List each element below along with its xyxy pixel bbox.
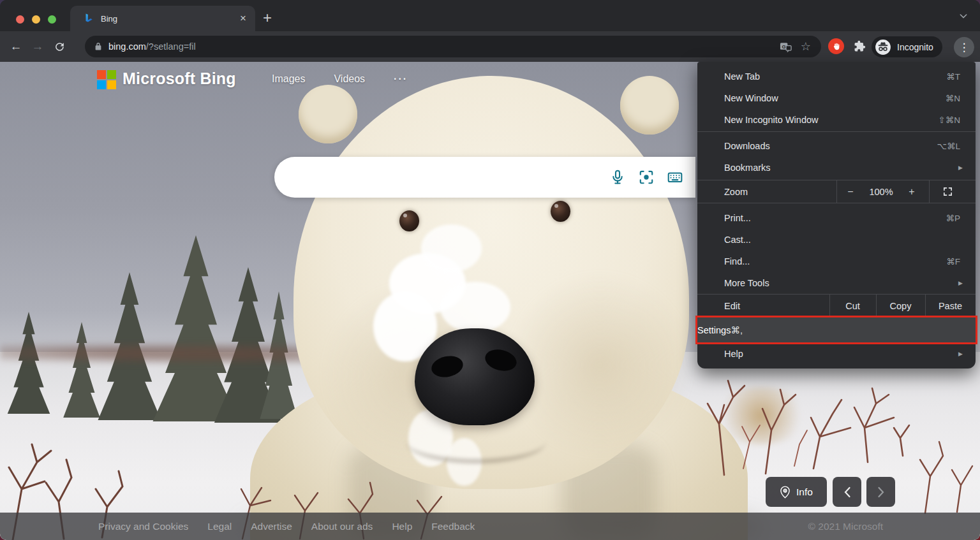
address-bar[interactable]: bing.com/?setlang=fil G ☆ [85,36,821,57]
chevron-down-icon[interactable] [958,11,969,21]
bing-favicon-icon [83,13,94,24]
blocker-extension-icon[interactable] [828,38,844,54]
nav-images[interactable]: Images [272,73,305,85]
chevron-left-icon [843,486,852,498]
menu-item-more-tools[interactable]: More Tools ▶ [697,272,976,294]
lock-icon[interactable] [94,42,103,51]
footer-link-advertise[interactable]: Advertise [251,521,292,532]
reload-button[interactable] [48,41,70,53]
shortcut: ⌥⌘L [937,141,960,151]
tab-close-icon[interactable]: × [240,12,246,25]
reload-icon [54,41,66,53]
close-window-button[interactable] [16,15,24,24]
bear-nose [415,328,535,425]
info-button[interactable]: Info [766,477,827,507]
footer-link-legal[interactable]: Legal [207,521,232,532]
chrome-menu: New Tab ⌘T New Window ⌘N New Incognito W… [697,62,976,369]
tab-bing[interactable]: Bing × [70,6,255,31]
extensions-puzzle-icon[interactable] [854,40,866,52]
zoom-out-button[interactable]: − [843,186,858,198]
footer-link-help[interactable]: Help [392,521,412,532]
bing-wordmark[interactable]: Microsoft Bing [122,69,236,88]
bing-nav: Images Videos ··· [272,73,408,85]
fullscreen-button[interactable] [942,186,953,199]
photo-twigs [705,367,916,481]
forward-button[interactable]: → [27,40,48,54]
submenu-arrow-icon: ▶ [958,351,963,357]
translate-icon[interactable]: G [780,41,792,53]
microphone-icon[interactable] [609,169,626,186]
tab-title: Bing [101,14,240,24]
submenu-arrow-icon: ▶ [958,280,963,286]
url-path: /?setlang=fil [146,41,196,52]
previous-image-button[interactable] [833,477,861,507]
bear-eye [399,210,419,231]
minimize-window-button[interactable] [32,15,40,24]
chevron-right-icon [877,486,886,498]
zoom-level-value: 100% [865,187,898,197]
toolbar: ← → bing.com/?setlang=fil G ☆ Incognito [0,31,980,62]
shortcut: ⌘P [946,213,960,223]
info-label: Info [796,486,813,498]
copyright-text: © 2021 Microsoft [808,521,883,532]
footer-link-privacy[interactable]: Privacy and Cookies [98,521,188,532]
zoom-window-button[interactable] [48,15,56,24]
menu-item-new-incognito-window[interactable]: New Incognito Window ⇧⌘N [697,109,976,131]
svg-text:G: G [782,43,785,49]
browser-window: Bing × + ← → bing.com/?setlang=fil G ☆ [0,0,980,540]
microsoft-logo-icon[interactable] [97,70,116,89]
footer-link-feedback[interactable]: Feedback [431,521,475,532]
location-pin-icon [780,486,791,499]
menu-item-print[interactable]: Print... ⌘P [697,207,976,229]
shortcut: ⇧⌘N [938,115,960,125]
zoom-in-button[interactable]: + [904,186,919,198]
menu-item-zoom: Zoom − 100% + [697,180,976,203]
bookmark-star-icon[interactable]: ☆ [801,40,811,54]
nav-more-icon[interactable]: ··· [394,73,408,85]
edit-copy-button[interactable]: Copy [876,295,925,317]
menu-item-find[interactable]: Find... ⌘F [697,251,976,272]
menu-item-bookmarks[interactable]: Bookmarks ▶ [697,157,976,179]
search-input[interactable] [274,157,695,198]
hand-icon [832,42,841,51]
footer-links: Privacy and Cookies Legal Advertise Abou… [98,521,475,532]
fullscreen-icon [942,186,953,197]
menu-item-downloads[interactable]: Downloads ⌥⌘L [697,135,976,157]
edit-paste-button[interactable]: Paste [925,295,976,317]
bear-eye [551,201,570,222]
keyboard-icon[interactable] [667,169,683,186]
next-image-button[interactable] [866,477,895,507]
back-button[interactable]: ← [5,40,27,54]
menu-item-help[interactable]: Help ▶ [697,343,976,365]
visual-search-icon[interactable] [638,169,655,186]
nav-videos[interactable]: Videos [334,73,365,85]
photo-twigs [906,432,980,514]
edit-cut-button[interactable]: Cut [829,295,876,317]
url-host: bing.com [108,41,146,52]
new-tab-button[interactable]: + [263,9,272,27]
menu-item-cast[interactable]: Cast... [697,229,976,251]
submenu-arrow-icon: ▶ [958,164,963,171]
shortcut: ⌘T [946,71,960,82]
incognito-icon [875,39,891,55]
footer-link-about-ads[interactable]: About our ads [311,521,373,532]
menu-item-new-window[interactable]: New Window ⌘N [697,87,976,109]
menu-item-edit: Edit Cut Copy Paste [697,295,976,317]
menu-item-new-tab[interactable]: New Tab ⌘T [697,66,976,87]
settings-highlight-annotation [695,316,977,344]
url-text: bing.com/?setlang=fil [108,41,780,52]
shortcut: ⌘N [946,93,960,103]
tab-strip: Bing × + [0,0,980,31]
chrome-menu-button[interactable]: ⋮ [954,37,974,57]
incognito-badge: Incognito [872,36,942,57]
bing-footer: Privacy and Cookies Legal Advertise Abou… [0,513,980,540]
shortcut: ⌘F [946,256,960,266]
incognito-label: Incognito [897,42,933,52]
